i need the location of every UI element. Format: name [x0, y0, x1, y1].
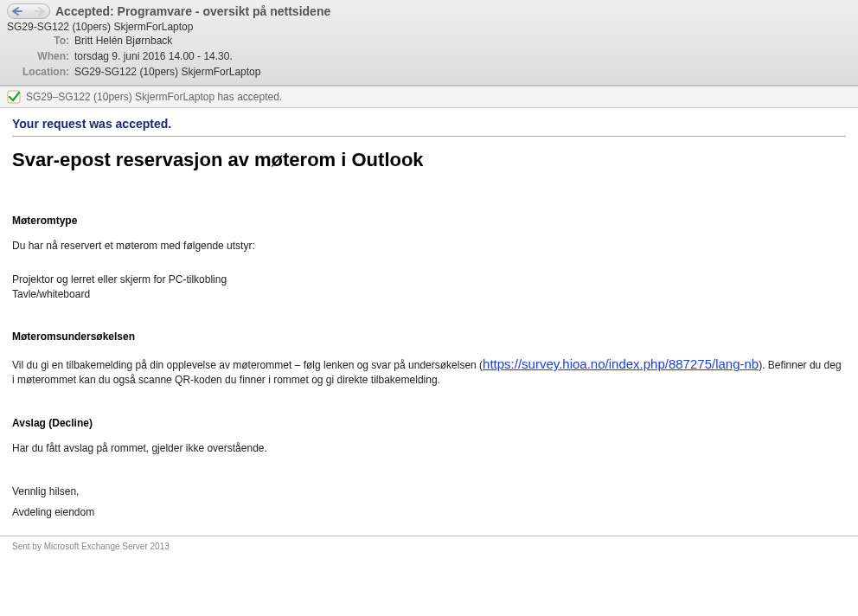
- to-value: Britt Helén Bjørnback: [74, 33, 172, 48]
- survey-link[interactable]: https://survey.hioa.no/index.php/887275/…: [483, 356, 759, 371]
- when-value: torsdag 9. juni 2016 14.00 - 14.30.: [74, 48, 233, 64]
- body-title: Svar-epost reservasjon av møterom i Outl…: [12, 149, 846, 171]
- subject: Accepted: Programvare - oversikt på nett…: [55, 4, 330, 18]
- forward-icon: [29, 6, 46, 16]
- roomtype-block: Møteromtype Du har nå reservert et møter…: [12, 215, 846, 301]
- to-label: To:: [17, 33, 69, 48]
- accepted-bar-text: SG29–SG122 (10pers) SkjermForLaptop has …: [26, 91, 282, 103]
- accepted-message: Your request was accepted.: [12, 117, 846, 137]
- equipment-2: Tavle/whiteboard: [12, 287, 846, 302]
- decline-text: Har du fått avslag på rommet, gjelder ik…: [12, 441, 846, 456]
- to-line: To: Britt Helén Bjørnback: [7, 33, 851, 48]
- from-line: SG29-SG122 (10pers) SkjermForLaptop: [7, 21, 851, 33]
- closing: Vennlig hilsen, Avdeling eiendom: [12, 485, 846, 518]
- closing-line-1: Vennlig hilsen,: [12, 485, 846, 497]
- footer: Sent by Microsoft Exchange Server 2013: [0, 536, 858, 556]
- location-value: SG29-SG122 (10pers) SkjermForLaptop: [74, 64, 260, 80]
- section-decline: Avslag (Decline): [12, 417, 846, 429]
- decline-block: Avslag (Decline) Har du fått avslag på r…: [12, 417, 846, 456]
- survey-text: Vil du gi en tilbakemelding på din opple…: [12, 355, 846, 388]
- section-roomtype: Møteromtype: [12, 215, 846, 227]
- location-label: Location:: [17, 64, 69, 80]
- accepted-bar: SG29–SG122 (10pers) SkjermForLaptop has …: [0, 86, 858, 108]
- when-line: When: torsdag 9. juni 2016 14.00 - 14.30…: [7, 48, 851, 64]
- survey-block: Møteromsundersøkelsen Vil du gi en tilba…: [12, 330, 846, 388]
- when-label: When:: [17, 48, 69, 64]
- section-survey: Møteromsundersøkelsen: [12, 330, 846, 343]
- message-header: Accepted: Programvare - oversikt på nett…: [0, 0, 858, 86]
- subject-row: Accepted: Programvare - oversikt på nett…: [7, 3, 851, 19]
- closing-line-2: Avdeling eiendom: [12, 506, 846, 518]
- survey-pre: Vil du gi en tilbakemelding på din opple…: [12, 359, 483, 371]
- equipment-1: Projektor og lerret eller skjerm for PC-…: [12, 273, 846, 287]
- check-icon: [7, 90, 21, 104]
- location-line: Location: SG29-SG122 (10pers) SkjermForL…: [7, 64, 851, 80]
- roomtype-intro: Du har nå reservert et møterom med følge…: [12, 239, 846, 253]
- back-icon: [11, 6, 29, 16]
- message-body: Your request was accepted. Svar-epost re…: [0, 108, 858, 536]
- nav-buttons[interactable]: [7, 3, 50, 19]
